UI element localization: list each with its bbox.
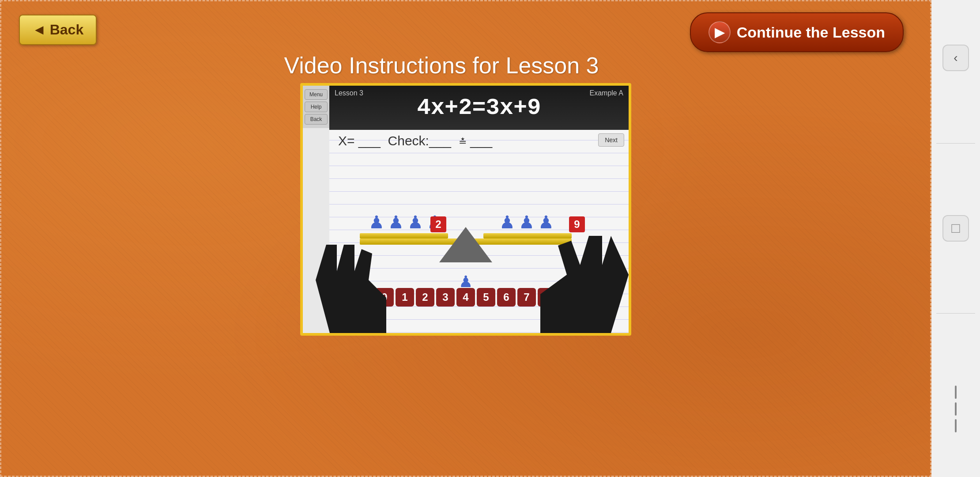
- chevron-left-icon[interactable]: ‹: [942, 45, 969, 71]
- help-btn[interactable]: Help: [305, 102, 328, 112]
- num-1[interactable]: 1: [396, 288, 414, 307]
- square-symbol: □: [951, 220, 960, 236]
- video-back-btn[interactable]: Back: [305, 114, 328, 125]
- back-button[interactable]: ◄ Back: [19, 15, 97, 45]
- piece-1: ♟: [369, 212, 384, 232]
- num-5[interactable]: 5: [477, 288, 495, 307]
- check-line: X= ___ Check:___ ≛ ___: [338, 133, 492, 148]
- left-number-badge: 2: [430, 216, 446, 232]
- sidebar-divider-1: [936, 143, 975, 144]
- bar-line-1: [955, 386, 957, 399]
- continue-arrow-icon: ▶: [709, 21, 731, 43]
- scale-fulcrum: [439, 227, 492, 262]
- bar-line-3: [955, 419, 957, 432]
- piece-right-2: ♟: [519, 212, 535, 232]
- piece-3: ♟: [407, 212, 423, 232]
- main-content: ◄ Back ▶ Continue the Lesson Video Instr…: [0, 0, 931, 477]
- num-4[interactable]: 4: [456, 288, 475, 307]
- back-arrow-icon: ◄: [32, 22, 46, 38]
- sidebar: ‹ □: [931, 0, 980, 477]
- next-btn[interactable]: Next: [598, 133, 624, 147]
- num-2[interactable]: 2: [416, 288, 434, 307]
- back-label: Back: [50, 22, 84, 38]
- square-icon[interactable]: □: [942, 215, 969, 242]
- video-player[interactable]: 4x+2=3x+9 Lesson 3 Example A Menu Help B…: [300, 83, 631, 336]
- num-6[interactable]: 6: [497, 288, 516, 307]
- continue-label: Continue the Lesson: [737, 24, 885, 41]
- num-3[interactable]: 3: [436, 288, 455, 307]
- num-7[interactable]: 7: [517, 288, 536, 307]
- bars-icon[interactable]: [955, 386, 957, 432]
- video-sidebar: Menu Help Back: [303, 86, 329, 128]
- page-title: Video Instructions for Lesson 3: [1, 52, 882, 79]
- scale-right-pan: [483, 233, 572, 238]
- lesson-label: Lesson 3: [335, 89, 363, 97]
- pieces-right: ♟ ♟ ♟: [499, 212, 554, 232]
- example-label: Example A: [590, 89, 623, 97]
- number-row: 0 1 2 3 4 5 6 7 8: [375, 288, 556, 307]
- video-labels: Lesson 3 Example A: [329, 86, 629, 101]
- video-content: 4x+2=3x+9 Lesson 3 Example A Menu Help B…: [303, 86, 629, 333]
- piece-right-1: ♟: [499, 212, 515, 232]
- menu-btn[interactable]: Menu: [305, 89, 328, 100]
- chevron-label: ‹: [954, 51, 957, 65]
- piece-right-3: ♟: [538, 212, 554, 232]
- scale-left-pan: [360, 233, 448, 238]
- bar-line-2: [955, 402, 957, 416]
- piece-2: ♟: [388, 212, 404, 232]
- right-number-badge: 9: [569, 216, 585, 232]
- continue-button[interactable]: ▶ Continue the Lesson: [690, 12, 904, 52]
- sidebar-divider-2: [936, 313, 975, 314]
